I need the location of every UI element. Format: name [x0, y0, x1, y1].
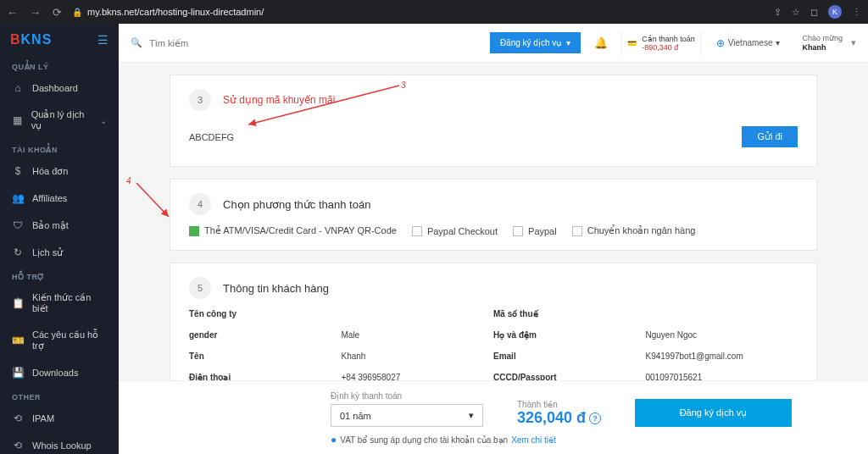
nav-icon: 🛡: [12, 219, 24, 231]
checkbox-icon: [189, 226, 199, 236]
sidebar-item[interactable]: ▦Quản lý dịch vụ⌄: [0, 102, 119, 139]
annotation-3: 3: [401, 80, 406, 90]
chevron-down-icon: ⌄: [100, 116, 107, 125]
total-label: Thành tiền: [517, 400, 601, 409]
send-promo-button[interactable]: Gửi đi: [742, 126, 798, 147]
reload-icon[interactable]: ⟳: [53, 6, 62, 19]
info-value: Khanh: [342, 352, 494, 361]
sidebar-section-label: TÀI KHOẢN: [0, 139, 119, 158]
sidebar-item[interactable]: 📋Kiến thức cần biết: [0, 285, 119, 322]
payment-option[interactable]: Paypal Checkout: [412, 225, 498, 236]
step-customer-card: 5 Thông tin khách hàng Tên công tyMã số …: [170, 263, 817, 380]
nav-icon: 🎫: [12, 335, 24, 346]
share-icon[interactable]: ⇪: [774, 7, 782, 18]
svg-line-1: [136, 183, 169, 217]
nav-icon: ⌂: [12, 82, 24, 94]
vat-note: ● VAT bổ sung áp dụng cho tài khoản của …: [331, 434, 792, 446]
sidebar-item[interactable]: ↻Lịch sử: [0, 239, 119, 266]
user-menu[interactable]: Chào mừng Khanh: [795, 34, 843, 53]
sidebar-item[interactable]: 🎫Các yêu cầu hỗ trợ: [0, 322, 119, 359]
sidebar-item[interactable]: 💾Downloads: [0, 359, 119, 386]
info-value: Male: [342, 330, 494, 340]
payment-option-label: Paypal: [528, 226, 557, 236]
register-submit-button[interactable]: Đăng ký dịch vụ: [635, 399, 792, 427]
info-label: Họ và đệm: [493, 330, 646, 340]
nav-icon: 👥: [12, 192, 24, 204]
chevron-down-icon: ▾: [851, 37, 856, 48]
nav-label: Kiến thức cần biết: [32, 292, 107, 314]
back-icon[interactable]: ←: [7, 6, 18, 19]
sidebar-item[interactable]: ⟲Whois Lookup: [0, 432, 119, 454]
star-icon[interactable]: ☆: [792, 7, 800, 18]
card-icon: 💳: [627, 39, 637, 47]
nav-icon: ▦: [12, 114, 23, 126]
nav-label: Whois Lookup: [32, 440, 92, 451]
lock-icon: 🔒: [72, 8, 82, 17]
step-title: Chọn phương thức thanh toán: [223, 198, 370, 211]
sidebar-item[interactable]: ⌂Dashboard: [0, 75, 119, 102]
menu-toggle-icon[interactable]: ☰: [97, 33, 108, 47]
chevron-down-icon: ▾: [566, 38, 570, 47]
info-value: [342, 309, 494, 318]
annotation-4: 4: [126, 176, 131, 185]
nav-icon: 📋: [12, 297, 24, 309]
step-number: 5: [189, 277, 211, 299]
search-box[interactable]: 🔍: [131, 37, 481, 48]
info-dot-icon: ●: [331, 434, 337, 446]
step-number: 3: [189, 89, 211, 111]
sidebar: BKNS ☰ QUẢN LÝ⌂Dashboard▦Quản lý dịch vụ…: [0, 24, 119, 454]
nav-icon: ↻: [12, 246, 24, 258]
sidebar-item[interactable]: $Hóa đơn: [0, 158, 119, 185]
step-number: 4: [189, 193, 211, 215]
info-value: Nguyen Ngoc: [646, 330, 798, 340]
bell-icon[interactable]: 🔔: [589, 36, 613, 49]
nav-label: IPAM: [32, 413, 54, 424]
register-service-button[interactable]: Đăng ký dịch vụ▾: [490, 32, 581, 53]
balance-box[interactable]: 💳 Cần thanh toán -890,340 đ: [621, 30, 701, 56]
nav-label: Bảo mật: [32, 220, 69, 231]
nav-label: Downloads: [32, 368, 78, 378]
vat-detail-link[interactable]: Xem chi tiết: [511, 435, 556, 445]
info-label: Tên: [189, 352, 342, 361]
cycle-select[interactable]: 01 năm ▾: [331, 404, 483, 427]
profile-avatar[interactable]: K: [828, 5, 842, 19]
info-value: [646, 309, 798, 318]
payment-option-label: Paypal Checkout: [427, 226, 498, 236]
payment-option-label: Chuyển khoản ngân hàng: [587, 225, 696, 236]
payment-option[interactable]: Chuyển khoản ngân hàng: [572, 225, 696, 236]
language-selector[interactable]: ⊕ Vietnamese ▾: [709, 37, 787, 49]
step-promo-card: 3 3 Sử dụng mã khuyến mãi ABCDEFG Gửi đi: [170, 75, 817, 167]
payment-option[interactable]: Paypal: [513, 225, 557, 236]
kebab-icon[interactable]: ⋮: [852, 7, 861, 18]
nav-label: Affiliates: [32, 193, 67, 203]
step-payment-card: 4 4 Chọn phương thức thanh toán Thẻ ATM/…: [170, 179, 817, 251]
sidebar-section-label: OTHER: [0, 386, 119, 405]
chevron-down-icon: ▾: [776, 38, 780, 47]
nav-label: Lịch sử: [32, 247, 63, 258]
forward-icon[interactable]: →: [30, 6, 41, 19]
sidebar-section-label: QUẢN LÝ: [0, 56, 119, 75]
payment-option[interactable]: Thẻ ATM/VISA/Credit Card - VNPAY QR-Code: [189, 225, 397, 236]
browser-chrome: ← → ⟳ 🔒 my.bkns.net/cart/hosting-linux-d…: [0, 0, 868, 24]
info-icon[interactable]: ?: [589, 412, 601, 424]
sidebar-item[interactable]: 🛡Bảo mật: [0, 212, 119, 239]
info-label: CCCD/Passport: [493, 373, 646, 380]
globe-icon: ⊕: [716, 37, 725, 49]
nav-label: Các yêu cầu hỗ trợ: [32, 329, 107, 352]
chevron-down-icon: ▾: [469, 410, 474, 421]
logo[interactable]: BKNS: [10, 32, 52, 47]
checkbox-icon: [412, 226, 422, 236]
nav-label: Hóa đơn: [32, 166, 68, 177]
info-value: +84 396958027: [342, 373, 494, 380]
sidebar-section-label: HỖ TRỢ: [0, 266, 119, 285]
step-title: Thông tin khách hàng: [223, 282, 329, 295]
topbar: 🔍 Đăng ký dịch vụ▾ 🔔 💳 Cần thanh toán -8…: [119, 24, 868, 63]
checkout-bar: Định kỳ thanh toán 01 năm ▾ Thành tiền 3…: [119, 380, 868, 454]
info-label: Tên công ty: [189, 309, 342, 318]
search-input[interactable]: [149, 38, 481, 48]
content-area: 3 3 Sử dụng mã khuyến mãi ABCDEFG Gửi đi…: [119, 63, 868, 380]
extension-icon[interactable]: ◻: [810, 7, 818, 18]
url-bar[interactable]: 🔒 my.bkns.net/cart/hosting-linux-directa…: [72, 7, 764, 17]
sidebar-item[interactable]: 👥Affiliates: [0, 185, 119, 212]
sidebar-item[interactable]: ⟲IPAM: [0, 405, 119, 432]
